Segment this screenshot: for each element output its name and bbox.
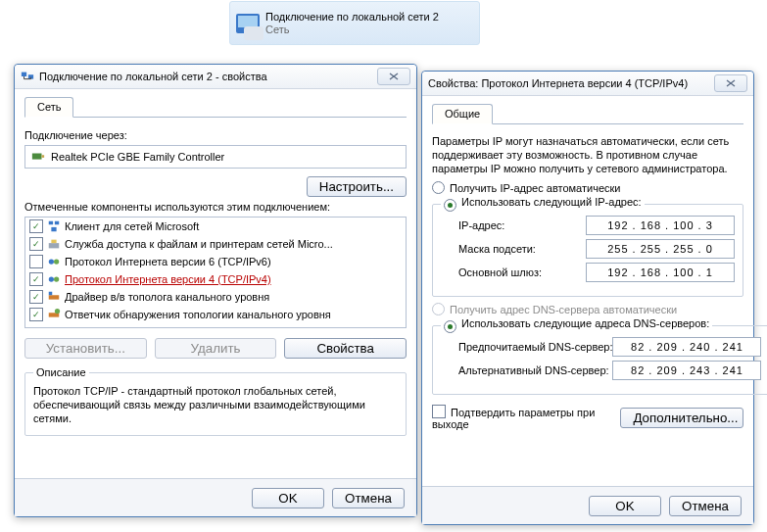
checkbox[interactable]: ✓ xyxy=(29,272,43,286)
svg-rect-13 xyxy=(49,295,60,299)
network-adapter-icon xyxy=(244,26,264,40)
svg-rect-7 xyxy=(49,243,60,248)
svg-point-10 xyxy=(54,259,59,264)
checkbox[interactable] xyxy=(29,255,43,268)
adapter-field: Realtek PCIe GBE Family Controller xyxy=(24,145,407,169)
info-text: Параметры IP могут назначаться автоматич… xyxy=(432,134,743,175)
checkbox[interactable]: ✓ xyxy=(29,308,43,321)
advanced-button[interactable]: Дополнительно... xyxy=(620,408,743,428)
svg-rect-14 xyxy=(49,292,53,296)
svg-rect-6 xyxy=(51,227,56,231)
components-label: Отмеченные компоненты используются этим … xyxy=(24,201,407,213)
window-title: Свойства: Протокол Интернета версии 4 (T… xyxy=(428,77,714,89)
ok-button[interactable]: OK xyxy=(252,488,324,508)
radio-label: Использовать следующий IP-адрес: xyxy=(461,196,642,208)
install-button[interactable]: Установить... xyxy=(24,338,147,359)
connection-subtitle: Сеть xyxy=(265,24,439,36)
list-item-label: Клиент для сетей Microsoft xyxy=(65,220,199,232)
list-item[interactable]: ✓Драйвер в/в тополога канального уровня xyxy=(25,288,406,306)
ip-label: IP-адрес: xyxy=(458,219,504,231)
svg-rect-4 xyxy=(49,221,53,225)
svg-point-16 xyxy=(55,309,60,314)
properties-button[interactable]: Свойства xyxy=(284,338,407,359)
titlebar[interactable]: Свойства: Протокол Интернета версии 4 (T… xyxy=(422,72,753,96)
ok-button[interactable]: OK xyxy=(589,496,661,516)
list-item[interactable]: Протокол Интернета версии 6 (TCP/IPv6) xyxy=(25,253,406,270)
connection-card[interactable]: Подключение по локальной сети 2 Сеть xyxy=(229,1,480,45)
radio-label: Получить IP-адрес автоматически xyxy=(450,182,620,194)
client-icon xyxy=(47,219,61,233)
svg-rect-2 xyxy=(32,154,42,160)
dns2-label: Альтернативный DNS-сервер: xyxy=(458,364,609,376)
close-icon xyxy=(389,73,399,80)
list-item-label: Служба доступа к файлам и принтерам сете… xyxy=(65,238,333,250)
window-connection-properties: Подключение по локальной сети 2 - свойст… xyxy=(14,64,417,517)
mask-input[interactable]: 255 . 255 . 255 . 0 xyxy=(586,239,735,259)
ip-input[interactable]: 192 . 168 . 100 . 3 xyxy=(586,216,735,235)
gateway-label: Основной шлюз: xyxy=(458,266,542,278)
dialog-footer: OK Отмена xyxy=(422,486,753,524)
list-item-label: Протокол Интернета версии 6 (TCP/IPv6) xyxy=(65,256,271,267)
svg-point-11 xyxy=(49,276,54,281)
dns2-input[interactable]: 82 . 209 . 243 . 241 xyxy=(612,361,761,380)
description-text: Протокол TCP/IP - стандартный протокол г… xyxy=(33,384,398,425)
adapter-name: Realtek PCIe GBE Family Controller xyxy=(51,151,224,163)
radio-label: Использовать следующие адреса DNS-сервер… xyxy=(461,317,709,329)
adapter-icon xyxy=(31,150,45,164)
mask-label: Маска подсети: xyxy=(458,243,536,255)
confirm-label: Подтвердить параметры при выходе xyxy=(432,407,595,430)
svg-rect-0 xyxy=(22,73,26,76)
responder-icon xyxy=(47,308,61,321)
radio-manual-dns[interactable] xyxy=(444,320,456,333)
cancel-button[interactable]: Отмена xyxy=(669,496,742,516)
list-item[interactable]: ✓Клиент для сетей Microsoft xyxy=(25,218,406,235)
list-item[interactable]: ✓Протокол Интернета версии 4 (TCP/IPv4) xyxy=(25,270,406,288)
confirm-checkbox[interactable] xyxy=(432,405,446,418)
dns1-label: Предпочитаемый DNS-сервер: xyxy=(458,341,612,353)
list-item-label: Ответчик обнаружения топологии канальног… xyxy=(65,309,331,320)
window-title: Подключение по локальной сети 2 - свойст… xyxy=(39,71,377,82)
radio-manual-ip[interactable] xyxy=(444,199,456,212)
list-item-label: Протокол Интернета версии 4 (TCP/IPv4) xyxy=(65,273,271,285)
svg-point-12 xyxy=(54,276,59,281)
protocol-icon xyxy=(47,255,61,268)
tab-network[interactable]: Сеть xyxy=(24,97,73,118)
ip-group: Использовать следующий IP-адрес: IP-адре… xyxy=(432,196,743,297)
dialog-footer: OK Отмена xyxy=(15,478,416,516)
dns1-input[interactable]: 82 . 209 . 240 . 241 xyxy=(612,337,761,357)
dns-group: Использовать следующие адреса DNS-сервер… xyxy=(432,317,767,395)
titlebar[interactable]: Подключение по локальной сети 2 - свойст… xyxy=(15,65,416,89)
share-icon xyxy=(47,237,61,251)
window-ipv4-properties: Свойства: Протокол Интернета версии 4 (T… xyxy=(421,71,754,525)
driver-icon xyxy=(47,290,61,304)
checkbox[interactable]: ✓ xyxy=(29,290,43,304)
network-icon xyxy=(21,70,34,83)
description-group: Описание Протокол TCP/IP - стандартный п… xyxy=(24,366,407,436)
list-item-label: Драйвер в/в тополога канального уровня xyxy=(65,291,269,303)
components-list[interactable]: ✓Клиент для сетей Microsoft ✓Служба дост… xyxy=(24,217,407,328)
connect-via-label: Подключение через: xyxy=(24,129,407,141)
list-item[interactable]: ✓Служба доступа к файлам и принтерам сет… xyxy=(25,235,406,253)
close-button[interactable] xyxy=(714,74,747,92)
cancel-button[interactable]: Отмена xyxy=(332,488,405,508)
close-button[interactable] xyxy=(377,68,410,85)
connection-title: Подключение по локальной сети 2 xyxy=(265,11,439,24)
svg-point-9 xyxy=(49,259,54,264)
tab-general[interactable]: Общие xyxy=(432,104,493,124)
list-item[interactable]: ✓Ответчик обнаружения топологии канально… xyxy=(25,306,406,323)
remove-button[interactable]: Удалить xyxy=(155,338,277,359)
svg-rect-5 xyxy=(55,221,59,225)
description-title: Описание xyxy=(33,366,89,378)
svg-rect-8 xyxy=(51,240,56,244)
radio-label: Получить адрес DNS-сервера автоматически xyxy=(450,304,677,315)
checkbox[interactable]: ✓ xyxy=(29,219,43,233)
close-icon xyxy=(726,79,736,87)
configure-button[interactable]: Настроить... xyxy=(307,176,407,197)
svg-rect-3 xyxy=(42,155,45,158)
checkbox[interactable]: ✓ xyxy=(29,237,43,251)
protocol-icon xyxy=(47,272,61,286)
radio-auto-ip[interactable] xyxy=(432,181,445,194)
gateway-input[interactable]: 192 . 168 . 100 . 1 xyxy=(586,263,735,282)
radio-auto-dns xyxy=(432,303,445,315)
